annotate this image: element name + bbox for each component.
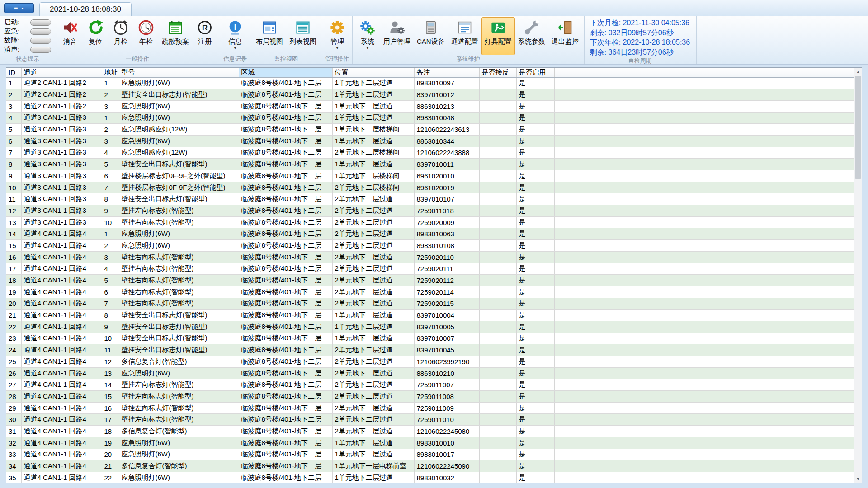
selfcheck-line: 下次月检: 2021-11-30 04:05:36 [590, 18, 690, 28]
toolbar-button-monthly-check[interactable]: 月检 [108, 17, 133, 55]
toolbar-button-annual-check[interactable]: 年检 [133, 17, 159, 55]
toolbar-button-manage[interactable]: 管理▼ [325, 17, 350, 55]
scroll-down-arrow-icon[interactable]: ▼ [854, 475, 862, 483]
column-header[interactable]: 区域 [239, 68, 332, 77]
table-cell [479, 228, 516, 240]
table-row[interactable]: 10通道3 CAN1-1 回路37壁挂楼层标志灯0F-9F之外(智能型)临波庭8… [6, 182, 854, 193]
toolbar-button-evacuation-plan[interactable]: 疏散预案 [159, 17, 192, 55]
table-row[interactable]: 33通道4 CAN1-1 回路420应急照明灯(6W)临波庭8号楼/401-地下… [6, 449, 854, 460]
table-row[interactable]: 35通道4 CAN1-1 回路422应急照明灯(6W)临波庭8号楼/401-地下… [6, 472, 854, 483]
table-cell: 是 [516, 356, 554, 368]
table-cell: 8863010213 [414, 100, 479, 112]
column-header[interactable]: 是否接反 [479, 68, 516, 77]
table-cell: 通道3 CAN1-1 回路3 [21, 182, 102, 193]
table-cell: 通道4 CAN1-1 回路4 [21, 344, 102, 356]
toolbar-button-label: 布局视图 [256, 38, 283, 46]
toolbar-button-info[interactable]: i信息▼ [222, 17, 248, 55]
toolbar-button-register[interactable]: R注册 [192, 17, 217, 55]
table-row[interactable]: 25通道4 CAN1-1 回路412多信息复合灯(智能型)临波庭8号楼/401-… [6, 356, 854, 368]
selfcheck-line: 下次年检: 2022-10-28 18:05:36 [590, 38, 690, 47]
toolbar-button-list-view[interactable]: 列表视图 [286, 17, 320, 55]
table-cell: 通道3 CAN1-1 回路3 [21, 216, 102, 228]
table-cell: 临波庭8号楼/401-地下二层 [239, 77, 332, 89]
table-row[interactable]: 21通道4 CAN1-1 回路48壁挂安全出口标志灯(智能型)临波庭8号楼/40… [6, 310, 854, 321]
table-row[interactable]: 17通道4 CAN1-1 回路44壁挂右向标志灯(智能型)临波庭8号楼/401-… [6, 263, 854, 275]
status-label-start: 启动: [4, 18, 27, 27]
table-row[interactable]: 30通道4 CAN1-1 回路417壁挂左向标志灯(智能型)临波庭8号楼/401… [6, 414, 854, 426]
table-row[interactable]: 3通道2 CAN1-1 回路23应急照明灯(6W)临波庭8号楼/401-地下二层… [6, 100, 854, 112]
table-row[interactable]: 20通道4 CAN1-1 回路47壁挂右向标志灯(智能型)临波庭8号楼/401-… [6, 298, 854, 310]
status-row-emergency: 应急: [4, 27, 51, 36]
table-row[interactable]: 12通道3 CAN1-1 回路39壁挂左向标志灯(智能型)临波庭8号楼/401-… [6, 205, 854, 217]
table-cell: 22 [102, 472, 119, 483]
table-row[interactable]: 9通道3 CAN1-1 回路36壁挂楼层标志灯0F-9F之外(智能型)临波庭8号… [6, 170, 854, 182]
toolbar-button-can-device[interactable]: CAN设备 [414, 17, 448, 55]
table-cell: 通道3 CAN1-1 回路3 [21, 159, 102, 170]
column-header[interactable]: 通道 [21, 68, 102, 77]
column-header[interactable]: 位置 [332, 68, 414, 77]
scroll-up-arrow-icon[interactable]: ▲ [854, 68, 862, 75]
tab-session[interactable]: 2021-10-28 18:08:30 [39, 2, 132, 16]
table-row[interactable]: 24通道4 CAN1-1 回路411壁挂安全出口标志灯(智能型)临波庭8号楼/4… [6, 344, 854, 356]
toolbar-button-label: 复位 [89, 38, 102, 46]
ribbon-group: 管理▼管理操作 [322, 16, 353, 64]
table-row[interactable]: 22通道4 CAN1-1 回路49壁挂安全出口标志灯(智能型)临波庭8号楼/40… [6, 321, 854, 333]
toolbar-button-reset[interactable]: 复位 [83, 17, 108, 55]
table-row[interactable]: 16通道4 CAN1-1 回路43壁挂右向标志灯(智能型)临波庭8号楼/401-… [6, 251, 854, 263]
toolbar-button-user-manage[interactable]: 用户管理 [380, 17, 414, 55]
toolbar-button-lamp-config[interactable]: 灯具配置 [481, 17, 515, 55]
scrollbar-thumb[interactable] [855, 76, 861, 179]
table-row[interactable]: 32通道4 CAN1-1 回路419应急照明灯(6W)临波庭8号楼/401-地下… [6, 437, 854, 449]
table-cell: 临波庭8号楼/401-地下二层 [239, 298, 332, 310]
toolbar-button-label: 系统参数 [518, 38, 545, 46]
status-indicator-silence [30, 47, 51, 53]
table-row[interactable]: 6通道3 CAN1-1 回路33应急照明灯(6W)临波庭8号楼/401-地下二层… [6, 135, 854, 147]
table-row[interactable]: 29通道4 CAN1-1 回路416壁挂左向标志灯(智能型)临波庭8号楼/401… [6, 402, 854, 414]
table-cell-filler [554, 170, 854, 182]
table-row[interactable]: 18通道4 CAN1-1 回路45壁挂右向标志灯(智能型)临波庭8号楼/401-… [6, 275, 854, 286]
chevron-down-icon: ▼ [234, 47, 237, 50]
table-cell [479, 356, 516, 368]
table-row[interactable]: 8通道3 CAN1-1 回路35壁挂安全出口标志灯(智能型)临波庭8号楼/401… [6, 159, 854, 170]
table-cell: 8 [6, 159, 21, 170]
table-row[interactable]: 34通道4 CAN1-1 回路421多信息复合灯(智能型)临波庭8号楼/401-… [6, 460, 854, 472]
table-row[interactable]: 1通道2 CAN1-1 回路21应急照明灯(6W)临波庭8号楼/401-地下二层… [6, 77, 854, 89]
table-row[interactable]: 11通道3 CAN1-1 回路38壁挂安全出口标志灯(智能型)临波庭8号楼/40… [6, 193, 854, 205]
table-cell: 7 [6, 147, 21, 159]
table-cell-filler [554, 263, 854, 275]
table-row[interactable]: 5通道3 CAN1-1 回路32应急照明感应灯(12W)临波庭8号楼/401-地… [6, 124, 854, 136]
toolbar-button-layout-view[interactable]: 布局视图 [253, 17, 286, 55]
table-row[interactable]: 31通道4 CAN1-1 回路418多信息复合灯(智能型)临波庭8号楼/401-… [6, 426, 854, 437]
table-cell-filler [554, 426, 854, 437]
table-row[interactable]: 23通道4 CAN1-1 回路410壁挂安全出口标志灯(智能型)临波庭8号楼/4… [6, 333, 854, 344]
vertical-scrollbar[interactable]: ▲ ▼ [854, 68, 862, 483]
toolbar-button-system[interactable]: 系统▼ [355, 17, 380, 55]
toolbar-button-exit-monitor[interactable]: 退出监控 [548, 17, 582, 55]
toolbar-button-mute[interactable]: 消音 [57, 17, 83, 55]
column-header[interactable]: 是否启用 [516, 68, 554, 77]
app-menu-button[interactable]: ≡ ▼ [4, 3, 34, 13]
toolbar-button-system-param[interactable]: 系统参数 [515, 17, 548, 55]
ribbon-group: 布局视图列表视图监控视图 [250, 16, 322, 64]
column-header[interactable]: 地址 [102, 68, 119, 77]
table-row[interactable]: 27通道4 CAN1-1 回路414壁挂左向标志灯(智能型)临波庭8号楼/401… [6, 379, 854, 391]
table-row[interactable]: 28通道4 CAN1-1 回路415壁挂左向标志灯(智能型)临波庭8号楼/401… [6, 391, 854, 403]
toolbar-button-channel-config[interactable]: 通道配置 [448, 17, 481, 55]
column-header[interactable]: ID [6, 68, 21, 77]
table-cell-filler [554, 321, 854, 333]
table-row[interactable]: 13通道3 CAN1-1 回路310壁挂右向标志灯(智能型)临波庭8号楼/401… [6, 216, 854, 228]
table-row[interactable]: 15通道4 CAN1-1 回路42应急照明灯(6W)临波庭8号楼/401-地下二… [6, 240, 854, 252]
table-cell: 是 [516, 426, 554, 437]
table-row[interactable]: 4通道3 CAN1-1 回路31应急照明灯(6W)临波庭8号楼/401-地下二层… [6, 112, 854, 124]
table-row[interactable]: 14通道4 CAN1-1 回路41应急照明灯(6W)临波庭8号楼/401-地下二… [6, 228, 854, 240]
table-row[interactable]: 7通道3 CAN1-1 回路34应急照明感应灯(12W)临波庭8号楼/401-地… [6, 147, 854, 159]
table-row[interactable]: 26通道4 CAN1-1 回路413应急照明灯(6W)临波庭8号楼/401-地下… [6, 367, 854, 379]
column-header[interactable]: 备注 [414, 68, 479, 77]
table-row[interactable]: 19通道4 CAN1-1 回路46壁挂右向标志灯(智能型)临波庭8号楼/401-… [6, 286, 854, 298]
table-row[interactable]: 2通道2 CAN1-1 回路22壁挂安全出口标志灯(智能型)临波庭8号楼/401… [6, 89, 854, 101]
table-cell: 19 [6, 286, 21, 298]
table-cell: 临波庭8号楼/401-地下二层 [239, 460, 332, 472]
column-header[interactable]: 型号 [119, 68, 239, 77]
table-cell: 通道4 CAN1-1 回路4 [21, 321, 102, 333]
table-cell-filler [554, 310, 854, 321]
